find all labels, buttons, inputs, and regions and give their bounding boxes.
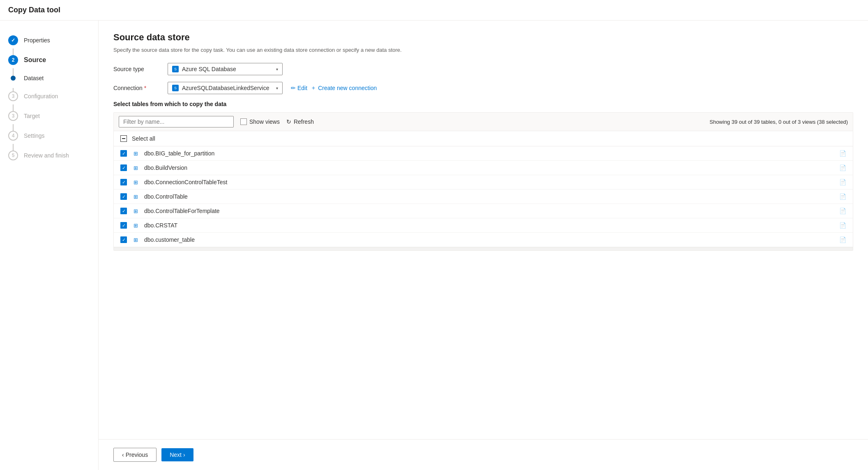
table-toolbar: Show views ↻ Refresh Showing 39 out of 3… <box>113 112 853 131</box>
table-grid-icon-5: ⊞ <box>132 222 139 229</box>
page-description: Specify the source data store for the co… <box>113 47 853 53</box>
chevron-left-icon: ‹ <box>122 451 124 458</box>
refresh-button[interactable]: ↻ Refresh <box>286 118 314 125</box>
step-circle-source: 2 <box>8 55 18 65</box>
select-all-checkbox[interactable] <box>120 135 127 142</box>
doc-icon-4[interactable]: 📄 <box>839 208 846 214</box>
chevron-down-icon: ▾ <box>276 67 278 72</box>
source-type-value: Azure SQL Database <box>182 66 273 72</box>
sidebar-label-review: Review and finish <box>24 152 69 159</box>
sidebar-label-dataset: Dataset <box>24 75 44 81</box>
doc-icon-6[interactable]: 📄 <box>839 236 846 243</box>
row-checkbox-2[interactable]: ✓ <box>120 179 127 185</box>
step-circle-target: 3 <box>8 111 18 121</box>
doc-icon-2[interactable]: 📄 <box>839 179 846 185</box>
show-views-toggle[interactable]: Show views <box>240 118 280 125</box>
table-row[interactable]: ✓ ⊞ dbo.ControlTableForTemplate 📄 <box>114 204 853 218</box>
show-views-checkbox[interactable] <box>240 118 247 125</box>
connection-row: Connection * S AzureSQLDatabaseLinkedSer… <box>113 82 853 94</box>
select-tables-title: Select tables from which to copy the dat… <box>113 101 853 107</box>
sidebar-item-properties[interactable]: ✓ Properties <box>0 30 98 50</box>
table-name-5: dbo.CRSTAT <box>144 222 834 229</box>
step-circle-dataset <box>11 76 16 81</box>
content-area: Source data store Specify the source dat… <box>99 21 868 439</box>
source-type-label: Source type <box>113 66 163 72</box>
row-checkbox-3[interactable]: ✓ <box>120 193 127 200</box>
select-all-row[interactable]: Select all <box>114 131 853 146</box>
table-name-3: dbo.ControlTable <box>144 193 834 200</box>
sidebar-item-dataset[interactable]: Dataset <box>0 70 98 86</box>
indeterminate-indicator <box>122 138 125 139</box>
checkmark-icon: ✓ <box>122 194 126 199</box>
page-title: Source data store <box>113 32 853 43</box>
edit-connection-button[interactable]: ✏ Edit <box>291 85 307 91</box>
scroll-indicator <box>114 247 853 250</box>
next-button[interactable]: Next › <box>161 448 193 461</box>
table-row[interactable]: ✓ ⊞ dbo.BIG_table_for_partition 📄 <box>114 146 853 161</box>
row-checkbox-5[interactable]: ✓ <box>120 222 127 229</box>
table-grid-icon-4: ⊞ <box>132 208 139 214</box>
required-indicator: * <box>144 85 146 91</box>
table-row[interactable]: ✓ ⊞ dbo.customer_table 📄 <box>114 233 853 247</box>
connection-db-icon: S <box>172 85 179 91</box>
table-name-0: dbo.BIG_table_for_partition <box>144 150 834 157</box>
connection-actions: ✏ Edit ＋ Create new connection <box>291 84 377 92</box>
previous-button[interactable]: ‹ Previous <box>113 448 157 462</box>
table-grid-icon-0: ⊞ <box>132 150 139 157</box>
table-row[interactable]: ✓ ⊞ dbo.ConnectionControlTableTest 📄 <box>114 175 853 190</box>
table-name-4: dbo.ControlTableForTemplate <box>144 208 834 214</box>
connection-dropdown[interactable]: S AzureSQLDatabaseLinkedService ▾ <box>168 82 283 94</box>
plus-icon: ＋ <box>311 84 316 92</box>
row-checkbox-6[interactable]: ✓ <box>120 236 127 243</box>
sidebar-item-source[interactable]: 2 Source <box>0 50 98 70</box>
sidebar-label-target: Target <box>24 113 40 119</box>
doc-icon-5[interactable]: 📄 <box>839 222 846 229</box>
footer: ‹ Previous Next › <box>99 439 868 470</box>
row-checkbox-4[interactable]: ✓ <box>120 208 127 214</box>
step-circle-settings: 4 <box>8 131 18 141</box>
table-name-2: dbo.ConnectionControlTableTest <box>144 179 834 185</box>
doc-icon-0[interactable]: 📄 <box>839 150 846 157</box>
status-text: Showing 39 out of 39 tables, 0 out of 3 … <box>709 119 848 125</box>
sidebar-item-target[interactable]: 3 Target <box>0 106 98 126</box>
sidebar: ✓ Properties 2 Source Dataset 3 Configur… <box>0 21 99 470</box>
step-circle-properties: ✓ <box>8 35 18 45</box>
app-title: Copy Data tool <box>0 0 868 21</box>
table-row[interactable]: ✓ ⊞ dbo.ControlTable 📄 <box>114 190 853 204</box>
source-type-row: Source type S Azure SQL Database ▾ <box>113 63 853 75</box>
sidebar-item-settings[interactable]: 4 Settings <box>0 126 98 146</box>
source-type-dropdown[interactable]: S Azure SQL Database ▾ <box>168 63 283 75</box>
sidebar-item-configuration[interactable]: 3 Configuration <box>0 86 98 106</box>
table-name-1: dbo.BuildVersion <box>144 164 834 171</box>
connection-chevron-icon: ▾ <box>276 86 278 90</box>
chevron-right-icon: › <box>183 451 185 458</box>
sidebar-label-settings: Settings <box>24 132 45 139</box>
doc-icon-1[interactable]: 📄 <box>839 164 846 171</box>
checkmark-icon: ✓ <box>122 238 126 242</box>
row-checkbox-1[interactable]: ✓ <box>120 164 127 171</box>
create-connection-button[interactable]: ＋ Create new connection <box>311 84 377 92</box>
sidebar-label-configuration: Configuration <box>24 93 58 100</box>
show-views-label: Show views <box>249 118 280 125</box>
connection-label: Connection * <box>113 85 163 91</box>
table-grid-icon-3: ⊞ <box>132 193 139 200</box>
doc-icon-3[interactable]: 📄 <box>839 193 846 200</box>
table-list: Select all ✓ ⊞ dbo.BIG_table_for_partiti… <box>113 131 853 251</box>
table-row[interactable]: ✓ ⊞ dbo.CRSTAT 📄 <box>114 218 853 233</box>
step-circle-review: 5 <box>8 150 18 160</box>
azure-sql-icon: S <box>172 66 179 72</box>
table-row[interactable]: ✓ ⊞ dbo.BuildVersion 📄 <box>114 161 853 175</box>
row-checkbox-0[interactable]: ✓ <box>120 150 127 157</box>
pencil-icon: ✏ <box>291 85 296 91</box>
checkmark-icon: ✓ <box>122 151 126 156</box>
sidebar-item-review[interactable]: 5 Review and finish <box>0 146 98 165</box>
table-grid-icon-2: ⊞ <box>132 179 139 185</box>
sidebar-label-source: Source <box>24 56 46 64</box>
checkmark-icon: ✓ <box>122 180 126 185</box>
filter-input[interactable] <box>119 116 234 127</box>
table-grid-icon-1: ⊞ <box>132 164 139 171</box>
step-circle-configuration: 3 <box>8 91 18 101</box>
checkmark-icon: ✓ <box>122 223 126 228</box>
sidebar-label-properties: Properties <box>24 37 50 44</box>
select-all-label: Select all <box>132 135 155 142</box>
